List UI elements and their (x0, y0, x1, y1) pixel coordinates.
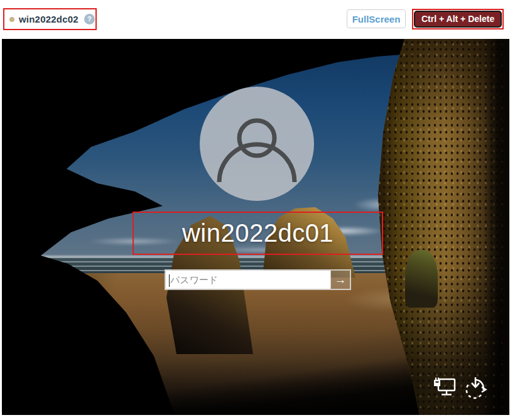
lock-screen-system-icons (433, 373, 491, 402)
text-caret (169, 274, 170, 287)
password-field-group: → (165, 269, 351, 290)
update-restart-icon[interactable] (462, 374, 489, 401)
help-icon[interactable]: ? (84, 14, 95, 24)
user-avatar (200, 87, 314, 201)
ctrl-alt-delete-button[interactable]: Ctrl + Alt + Delete (414, 11, 502, 28)
username-text: win2022dc01 (182, 219, 333, 247)
ctrl-alt-delete-annotation: Ctrl + Alt + Delete (412, 9, 504, 30)
password-submit-button[interactable]: → (330, 271, 350, 289)
console-toolbar: win2022dc02 ? FullScreen Ctrl + Alt + De… (0, 0, 515, 39)
username-annotation: win2022dc01 (133, 212, 383, 255)
vm-status-dot (9, 17, 14, 22)
password-input-wrap (166, 271, 330, 289)
person-icon (200, 87, 314, 201)
password-input[interactable] (166, 271, 330, 289)
remote-console[interactable]: win2022dc01 → (2, 39, 509, 415)
vm-label-annotation: win2022dc02 ? (3, 8, 97, 30)
vm-name: win2022dc02 (19, 14, 79, 24)
network-icon[interactable] (433, 376, 456, 399)
windows-lock-screen: win2022dc01 → (2, 39, 509, 415)
fullscreen-button[interactable]: FullScreen (347, 9, 406, 28)
